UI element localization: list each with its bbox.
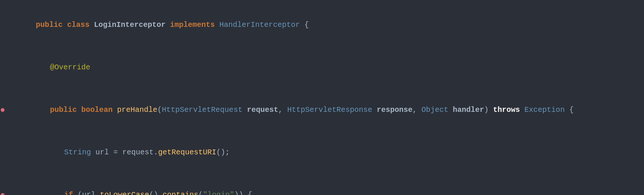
brace-open-3: {	[565, 106, 574, 114]
comma1: ,	[278, 106, 287, 114]
gutter-3	[0, 108, 5, 112]
type-httpservletresponse: HttpServletResponse	[287, 106, 372, 114]
code-line-1: public class LoginInterceptor implements…	[0, 4, 644, 46]
brace-open: {	[300, 21, 309, 29]
keyword-public-3: public	[50, 106, 81, 114]
code-line-2: @Override	[0, 46, 644, 89]
breakpoint-3	[1, 108, 4, 112]
paren-close-if: )) {	[234, 191, 252, 195]
method-contains: contains	[163, 191, 198, 195]
line-content-4: String url = request.getRequestURI();	[5, 131, 644, 174]
keyword-if-5: if	[64, 191, 78, 195]
param-handler: handler	[453, 106, 484, 114]
space-url: url = request.	[91, 148, 158, 157]
class-logininterceptor: LoginInterceptor	[94, 21, 170, 29]
param-request: request	[247, 106, 278, 114]
space1	[242, 106, 247, 114]
paren-if: (url.	[78, 191, 100, 195]
keyword-class: class	[67, 21, 94, 29]
interface-handlerinterceptor: HandlerInterceptor	[219, 21, 300, 29]
code-line-5: if (url.toLowerCase().contains("login"))…	[0, 174, 644, 195]
keyword-boolean-3: boolean	[81, 106, 117, 114]
method-prehandle: preHandle	[117, 106, 157, 114]
paren-s: (	[198, 191, 203, 195]
line-content-1: public class LoginInterceptor implements…	[5, 4, 644, 46]
method-getrequesturi: getRequestURI	[158, 148, 216, 157]
keyword-throws: throws	[493, 106, 524, 114]
code-line-4: String url = request.getRequestURI();	[0, 131, 644, 174]
keyword-public: public	[36, 21, 67, 29]
gutter-5	[0, 193, 5, 195]
space3	[448, 106, 453, 114]
code-editor: public class LoginInterceptor implements…	[0, 0, 644, 195]
exception-class: Exception	[524, 106, 565, 114]
call-end: ();	[216, 148, 230, 157]
line-content-2: @Override	[5, 46, 644, 89]
comma2: ,	[412, 106, 421, 114]
paren-close: )	[484, 106, 493, 114]
type-object: Object	[421, 106, 448, 114]
call-1: ().	[149, 191, 163, 195]
paren-open: (	[157, 106, 162, 114]
type-string: String	[64, 148, 91, 157]
method-tolowercase: toLowerCase	[100, 191, 149, 195]
string-login: "login"	[203, 191, 234, 195]
keyword-implements: implements	[170, 21, 219, 29]
type-httpservletrequest: HttpServletRequest	[162, 106, 242, 114]
space2	[372, 106, 377, 114]
breakpoint-5	[1, 193, 4, 195]
param-response: response	[377, 106, 412, 114]
annotation-override: @Override	[50, 63, 90, 72]
line-content-5: if (url.toLowerCase().contains("login"))…	[5, 174, 644, 195]
line-content-3: public boolean preHandle(HttpServletRequ…	[5, 89, 644, 131]
code-line-3: public boolean preHandle(HttpServletRequ…	[0, 89, 644, 131]
